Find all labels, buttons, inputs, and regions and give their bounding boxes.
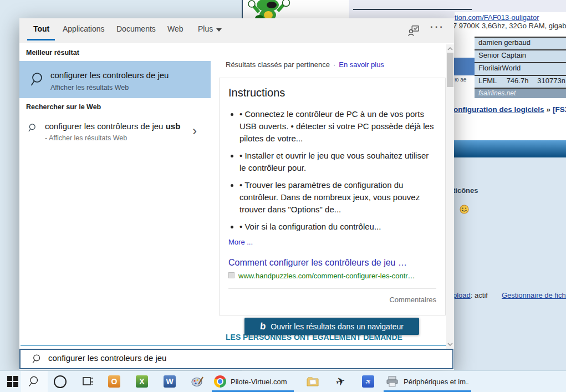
search-icon (30, 72, 46, 87)
folder-icon (306, 376, 319, 387)
paint-button[interactable] (187, 371, 207, 392)
best-result-item[interactable]: configurer les controleurs de jeu Affich… (19, 61, 211, 98)
card-divider (228, 288, 436, 289)
best-result-subtitle: Afficher les résultats Web (50, 84, 129, 91)
pilot-stats: LFML 746.7h 310773n (475, 76, 566, 89)
chevron-down-icon (216, 28, 222, 32)
result-link-title[interactable]: Comment configurer les contrôleurs de je… (228, 258, 436, 268)
page-border-line (242, 0, 243, 18)
upload-link[interactable]: pload (453, 291, 471, 299)
excel-icon: X (136, 375, 148, 388)
banner-text-fragment: ю ае (455, 77, 466, 83)
flyout-header: Tout Applications Documents Web Plus ··· (19, 18, 454, 43)
start-button[interactable] (2, 371, 24, 392)
results-scrollbar[interactable] (446, 44, 454, 349)
instructions-list: • Connectez le contrôleur de PC à un de … (228, 108, 436, 233)
instructions-card: Instructions • Connectez le contrôleur d… (219, 78, 446, 315)
background-profile-link[interactable]: tion.com/FAF013-ouligator (455, 13, 565, 22)
pilot-airline: FlorilairWorld (475, 63, 566, 76)
instruction-item: • Connectez le contrôleur de PC à un de … (239, 108, 436, 145)
background-page-right-top (455, 0, 566, 12)
more-link[interactable]: More ... (228, 238, 436, 246)
task-view-button[interactable] (78, 371, 98, 392)
web-search-subtitle: - Afficher les résultats Web (45, 134, 127, 142)
web-search-query-bold: usb (166, 121, 181, 131)
open-in-browser-button[interactable]: b Ouvrir les résultats dans un navigateu… (244, 318, 419, 335)
search-icon (32, 354, 43, 364)
fsairlines-pilot-widget: damien gerbaud Senior Captain FlorilairW… (475, 37, 566, 98)
tab-applications[interactable]: Applications (63, 24, 105, 33)
word-icon: W (164, 375, 176, 388)
site-logo-block (242, 0, 349, 18)
tab-tout[interactable]: Tout (33, 24, 49, 33)
tab-web[interactable]: Web (167, 24, 183, 33)
tab-plus[interactable]: Plus (198, 24, 222, 33)
cortana-icon (54, 375, 67, 388)
word-button[interactable]: W (160, 371, 180, 392)
instruction-item: • Trouver les paramètres de configuratio… (239, 179, 436, 216)
chrome-window-label: Pilote-Virtuel.com … (231, 378, 289, 386)
web-search-item[interactable]: configurer les contrôleurs de jeu usb - … (19, 115, 211, 150)
open-in-browser-label: Ouvrir les résultats dans un navigateur (271, 322, 404, 331)
separator-dot: · (330, 60, 339, 69)
pilot-airport: LFML (478, 77, 504, 85)
best-result-section-title: Meilleur résultat (26, 49, 79, 57)
comments-label[interactable]: Commentaires (228, 296, 436, 304)
cortana-button[interactable] (50, 371, 70, 392)
search-icon (28, 123, 38, 133)
fsairlines-footer: ✈ fsairlines.net (475, 89, 566, 98)
airplane-icon: ✈ (334, 374, 346, 389)
scroll-down-icon[interactable] (446, 340, 454, 348)
pilot-distance: 310773n (537, 77, 565, 85)
scroll-up-icon[interactable] (446, 45, 454, 53)
chevron-right-icon[interactable]: › (192, 123, 197, 139)
windows-logo-icon (7, 376, 18, 387)
pc-specs-text: 7 9700K 3,6Ghz, 32Go RAM, gigabyt (453, 22, 566, 30)
breadcrumb-tail: [FSX (553, 105, 566, 114)
devices-window-button[interactable]: Périphériques et im… (383, 371, 476, 392)
emoticons-heading: ticônes (453, 186, 478, 195)
bing-icon: b (259, 322, 266, 331)
feedback-icon[interactable] (407, 24, 420, 37)
best-result-title: configurer les controleurs de jeu (50, 70, 206, 80)
chrome-window-button[interactable]: Pilote-Virtuel.com … (211, 371, 298, 392)
more-options-icon[interactable]: ··· (430, 22, 445, 33)
breadcrumb-link[interactable]: onfiguration des logiciels (453, 105, 544, 114)
airplane-sketch-button[interactable]: ✈ (330, 371, 350, 392)
web-search-section-title: Rechercher sur le Web (26, 103, 101, 111)
fsairlines-site: fsairlines.net (478, 89, 516, 97)
search-flyout: Tout Applications Documents Web Plus ···… (19, 18, 454, 370)
tab-documents[interactable]: Documents (116, 24, 156, 33)
pilot-hours: 746.7h (507, 77, 536, 85)
scrollbar-thumb[interactable] (447, 53, 453, 87)
paint-palette-icon (191, 375, 204, 388)
web-search-query: configurer les contrôleurs de jeu usb (45, 121, 189, 131)
upload-status-value: : actif (471, 291, 488, 299)
excel-button[interactable]: X (132, 371, 152, 392)
form-underline (353, 9, 472, 10)
result-url: www.handpuzzles.com/comment-configurer-l… (228, 272, 436, 280)
flight-sim-icon: ✈ (362, 375, 374, 388)
breadcrumb-separator: » (544, 105, 553, 114)
pilot-rank: Senior Captain (475, 50, 566, 63)
file-manager-link[interactable]: Gestionnaire de fichi (502, 291, 566, 299)
outlook-button[interactable]: O (104, 371, 124, 392)
pilot-name: damien gerbaud (475, 38, 566, 50)
devices-window-label: Périphériques et im… (404, 378, 469, 386)
smiley-icon[interactable] (460, 205, 469, 214)
folder-button[interactable] (303, 371, 323, 392)
chrome-icon (214, 375, 226, 388)
flight-sim-button[interactable]: ✈ (358, 371, 378, 392)
breadcrumb: onfiguration des logiciels»[FSX (453, 105, 566, 114)
search-icon (28, 375, 40, 388)
results-panel-header: Résultats classés par pertinence·En savo… (226, 60, 384, 69)
card-title: Instructions (228, 86, 436, 99)
search-input[interactable] (47, 353, 437, 363)
taskbar: O X W Pilote-Virtuel.com … (0, 370, 566, 392)
learn-more-link[interactable]: En savoir plus (339, 60, 384, 69)
tab-plus-label: Plus (198, 24, 213, 33)
banner-image-fragment (453, 58, 475, 75)
taskbar-search-button[interactable] (23, 371, 45, 392)
instruction-item: • Installer et ouvrir le jeu que vous so… (239, 150, 436, 174)
forum-header-bar (453, 140, 566, 157)
